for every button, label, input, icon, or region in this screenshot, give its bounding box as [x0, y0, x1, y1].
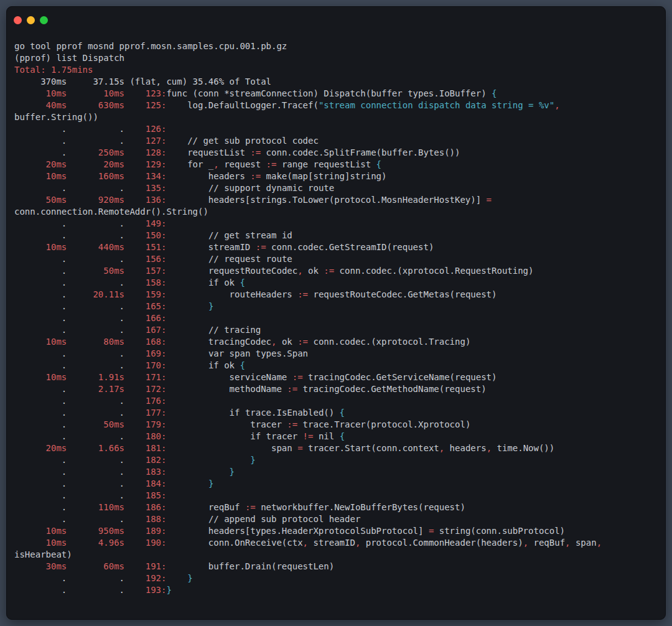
- terminal-line: . . 184: }: [14, 478, 658, 490]
- zoom-window-button[interactable]: [40, 16, 48, 24]
- terminal-line: 30ms 60ms 191: buffer.Drain(requestLen): [14, 561, 658, 572]
- terminal-line: go tool pprof mosnd pprof.mosn.samples.c…: [14, 40, 658, 52]
- terminal-line: 20ms 20ms 129: for _, request := range r…: [14, 159, 658, 171]
- terminal-line: . . 149:: [14, 218, 658, 230]
- terminal-line: . . 183: }: [14, 466, 658, 478]
- terminal-line: . . 188: // append sub protocol header: [14, 513, 658, 525]
- terminal-line: . 50ms 179: tracer := trace.Tracer(proto…: [14, 419, 658, 431]
- terminal-line: . 20.11s 159: routeHeaders := requestRou…: [14, 289, 658, 301]
- terminal-line: 40ms 630ms 125: log.DefaultLogger.Tracef…: [14, 100, 658, 111]
- terminal-line: 10ms 10ms 123:func (conn *streamConnecti…: [14, 88, 658, 100]
- terminal-line: . . 165: }: [14, 301, 658, 312]
- terminal-output[interactable]: go tool pprof mosnd pprof.mosn.samples.c…: [7, 33, 665, 606]
- terminal-line: isHearbeat): [14, 549, 658, 561]
- terminal-line: . . 185:: [14, 490, 658, 502]
- terminal-line: 10ms 950ms 189: headers[types.HeaderXpro…: [14, 525, 658, 537]
- terminal-line: . . 192: }: [14, 572, 658, 584]
- terminal-line: . 110ms 186: reqBuf := networkbuffer.New…: [14, 502, 658, 513]
- terminal-line: . . 126:: [14, 123, 658, 135]
- terminal-line: . . 180: if tracer != nil {: [14, 431, 658, 442]
- window-titlebar[interactable]: [7, 7, 665, 33]
- close-window-button[interactable]: [14, 16, 22, 24]
- terminal-line: buffer.String()): [14, 111, 658, 123]
- terminal-line: . . 193:}: [14, 584, 658, 596]
- terminal-line: . . 156: // request route: [14, 253, 658, 265]
- terminal-line: 10ms 80ms 168: tracingCodec, ok := conn.…: [14, 336, 658, 348]
- terminal-line: . . 170: if ok {: [14, 360, 658, 371]
- terminal-line: conn.connection.RemoteAddr().String(): [14, 206, 658, 218]
- terminal-line: 10ms 160ms 134: headers := make(map[stri…: [14, 171, 658, 182]
- terminal-line: 10ms 4.96s 190: conn.OnReceive(ctx, stre…: [14, 537, 658, 549]
- terminal-line: . 250ms 128: requestList := conn.codec.S…: [14, 147, 658, 159]
- terminal-line: . . 135: // support dynamic route: [14, 182, 658, 194]
- minimize-window-button[interactable]: [27, 16, 35, 24]
- terminal-line: . . 176:: [14, 395, 658, 407]
- terminal-line: . 2.17s 172: methodName := tracingCodec.…: [14, 383, 658, 395]
- terminal-window: go tool pprof mosnd pprof.mosn.samples.c…: [6, 6, 666, 620]
- terminal-line: . . 169: var span types.Span: [14, 348, 658, 360]
- terminal-line: . . 158: if ok {: [14, 277, 658, 289]
- terminal-line: . . 150: // get stream id: [14, 230, 658, 241]
- terminal-line: . . 167: // tracing: [14, 324, 658, 336]
- terminal-line: . . 182: }: [14, 454, 658, 466]
- terminal-line: 10ms 440ms 151: streamID := conn.codec.G…: [14, 241, 658, 253]
- terminal-line: 10ms 1.91s 171: serviceName := tracingCo…: [14, 371, 658, 383]
- terminal-line: 50ms 920ms 136: headers[strings.ToLower(…: [14, 194, 658, 206]
- terminal-line: . . 177: if trace.IsEnabled() {: [14, 407, 658, 419]
- terminal-line: 20ms 1.66s 181: span = tracer.Start(conn…: [14, 442, 658, 454]
- terminal-line: 370ms 37.15s (flat, cum) 35.46% of Total: [14, 76, 658, 88]
- terminal-line: Total: 1.75mins: [14, 64, 658, 76]
- terminal-line: . . 127: // get sub protocol codec: [14, 135, 658, 147]
- terminal-line: . . 166:: [14, 312, 658, 324]
- terminal-line: . 50ms 157: requestRouteCodec, ok := con…: [14, 265, 658, 277]
- terminal-line: (pprof) list Dispatch: [14, 52, 658, 64]
